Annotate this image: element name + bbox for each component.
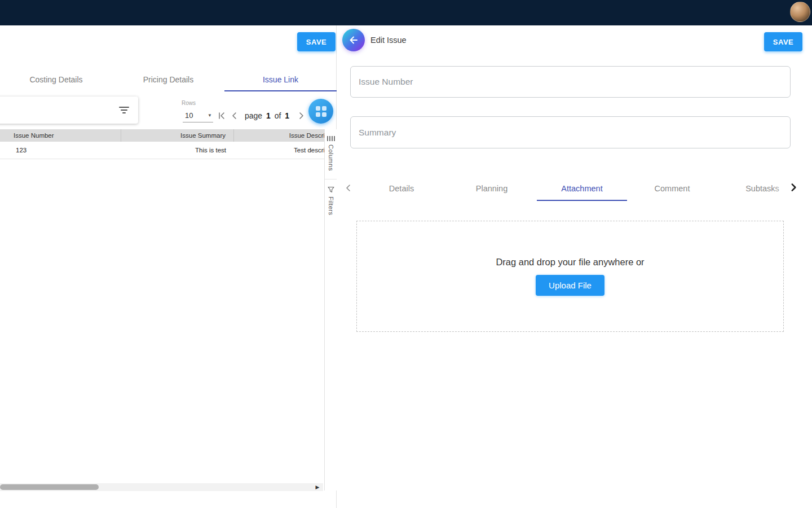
page-title: Edit Issue — [370, 34, 407, 46]
grid-tool-strip: Columns Filters — [324, 129, 337, 491]
tab-label: Pricing Details — [143, 75, 193, 84]
tab-label: Subtasks — [745, 184, 779, 193]
horizontal-scrollbar[interactable]: ▶ — [0, 483, 323, 491]
save-button[interactable]: SAVE — [764, 32, 802, 51]
rows-per-page-select[interactable]: 10 ▼ — [183, 109, 213, 122]
tab-label: Issue Link — [263, 75, 298, 84]
file-dropzone[interactable]: Drag and drop your file anywhere or Uplo… — [356, 221, 784, 332]
first-page-button[interactable] — [216, 110, 227, 121]
tab-details[interactable]: Details — [356, 176, 447, 201]
save-button[interactable]: SAVE — [297, 32, 336, 51]
funnel-icon — [328, 186, 334, 193]
tab-label: Planning — [476, 184, 508, 193]
columns-icon — [327, 136, 335, 141]
tab-label: Attachment — [561, 184, 602, 193]
issue-list-panel: SAVE Costing Details Pricing Details Iss… — [0, 25, 337, 508]
tab-issue-link[interactable]: Issue Link — [224, 68, 337, 91]
rows-per-page-value: 10 — [185, 111, 193, 120]
next-page-button[interactable] — [295, 110, 307, 121]
tab-label: Details — [389, 184, 414, 193]
tabs-scroll-right-button[interactable] — [788, 182, 798, 195]
column-header-issue-summary[interactable]: Issue Summary — [121, 129, 234, 142]
left-tab-bar: Costing Details Pricing Details Issue Li… — [0, 68, 337, 91]
edit-issue-tab-bar: Details Planning Attachment Comment Subt… — [337, 176, 812, 201]
tab-costing-details[interactable]: Costing Details — [0, 68, 112, 91]
user-avatar[interactable] — [790, 2, 810, 22]
tab-pricing-details[interactable]: Pricing Details — [112, 68, 224, 91]
upload-file-button[interactable]: Upload File — [536, 275, 604, 296]
cell-issue-description: Test description — [234, 147, 324, 154]
cell-issue-number: 123 — [0, 147, 121, 154]
chevron-down-icon: ▼ — [208, 113, 212, 118]
tabs-scroll-left-button[interactable] — [344, 183, 353, 195]
search-input[interactable] — [0, 97, 118, 124]
table-header: Issue Number Issue Summary Issue Descrip… — [0, 129, 324, 142]
columns-toggle-label: Columns — [328, 144, 334, 171]
pagination: page 1 of 1 — [216, 108, 320, 124]
tab-label: Costing Details — [29, 75, 82, 84]
column-header-issue-description[interactable]: Issue Description — [234, 129, 324, 142]
active-tab-underline — [537, 200, 627, 201]
back-button[interactable] — [342, 29, 365, 51]
issue-number-field[interactable] — [350, 66, 791, 98]
current-page: 1 — [266, 111, 271, 120]
tab-comment[interactable]: Comment — [627, 176, 717, 201]
rows-label: Rows — [182, 100, 196, 106]
total-pages: 1 — [285, 111, 289, 120]
filters-panel-toggle[interactable]: Filters — [325, 179, 337, 223]
cell-issue-summary: This is test — [121, 147, 234, 154]
search-box — [0, 97, 138, 124]
page-indicator: page 1 of 1 — [245, 111, 291, 120]
tabs-scroll-area: Details Planning Attachment Comment Subt… — [356, 176, 807, 201]
filters-toggle-label: Filters — [328, 196, 334, 215]
scroll-right-button[interactable]: ▶ — [314, 483, 321, 491]
edit-issue-panel: Edit Issue SAVE Details Planning Attachm… — [337, 25, 812, 508]
active-tab-underline — [224, 90, 337, 91]
back-arrow-icon — [348, 35, 359, 45]
tab-label: Comment — [655, 184, 690, 193]
prev-page-button[interactable] — [229, 110, 240, 121]
columns-panel-toggle[interactable]: Columns — [325, 129, 337, 179]
grid-view-button[interactable] — [308, 99, 333, 124]
filter-icon[interactable] — [118, 106, 130, 115]
tab-attachment[interactable]: Attachment — [537, 176, 627, 201]
column-header-issue-number[interactable]: Issue Number — [0, 129, 121, 142]
dropzone-message: Drag and drop your file anywhere or — [496, 257, 644, 268]
tab-planning[interactable]: Planning — [447, 176, 537, 201]
summary-field[interactable] — [350, 116, 791, 148]
top-navbar — [0, 0, 812, 25]
table-row[interactable]: 123 This is test Test description — [0, 142, 324, 159]
scrollbar-thumb[interactable] — [0, 484, 99, 490]
grid-icon — [316, 106, 326, 117]
